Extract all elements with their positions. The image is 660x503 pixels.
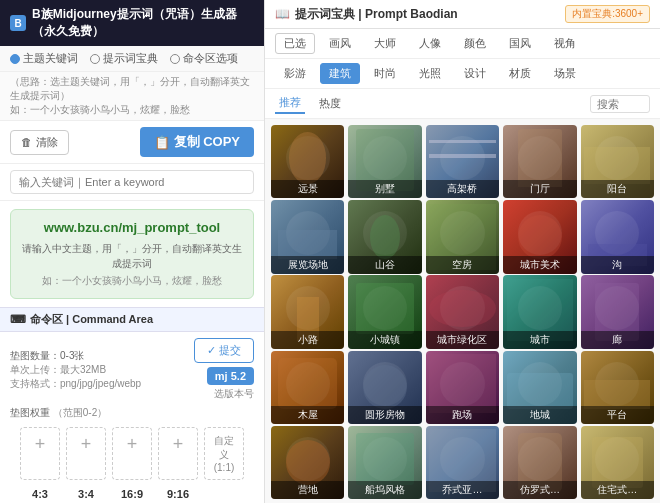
book-icon: 📖: [275, 7, 290, 21]
tag-light[interactable]: 光照: [410, 63, 450, 84]
grid-label-3: 高架桥: [426, 180, 499, 198]
clear-button[interactable]: 🗑 清除: [10, 130, 69, 155]
grid-item-7[interactable]: 山谷: [348, 200, 421, 273]
grid-item-4[interactable]: 门厅: [503, 125, 576, 198]
tag-scene[interactable]: 场景: [545, 63, 585, 84]
tag-painting[interactable]: 画风: [320, 33, 360, 54]
grid-label-8: 空房: [426, 256, 499, 274]
upload-slot-2[interactable]: +: [66, 427, 106, 480]
version-hint: 选版本号: [214, 387, 254, 401]
grid-label-16: 木屋: [271, 406, 344, 424]
grid-item-16[interactable]: 木屋: [271, 351, 344, 424]
grid-item-6[interactable]: 展览场地: [271, 200, 344, 273]
ctrl-label-1: 垫图数量：0-3张: [10, 349, 186, 363]
ratio-5: [204, 488, 244, 500]
grid-label-24: 仿罗式…: [503, 481, 576, 499]
grid-label-14: 城市: [503, 331, 576, 349]
grid-item-24[interactable]: 仿罗式…: [503, 426, 576, 499]
grid-label-20: 平台: [581, 406, 654, 424]
grid-label-11: 小路: [271, 331, 344, 349]
radio-cmd[interactable]: 命令区选项: [170, 51, 238, 66]
radio-row: 主题关键词 提示词宝典 命令区选项: [0, 46, 264, 72]
filter-row: 推荐 热度: [265, 89, 660, 119]
copy-button[interactable]: 📋 复制 COPY: [140, 127, 254, 157]
grid-item-10[interactable]: 沟: [581, 200, 654, 273]
grid-item-2[interactable]: 别墅: [348, 125, 421, 198]
grid-label-10: 沟: [581, 256, 654, 274]
tag-architecture[interactable]: 建筑: [320, 63, 360, 84]
ratio-2: 3:4: [66, 488, 106, 500]
grid-label-21: 营地: [271, 481, 344, 499]
grid-label-12: 小城镇: [348, 331, 421, 349]
grid-label-2: 别墅: [348, 180, 421, 198]
ctrl-label-3: 支持格式：png/jpg/jpeg/webp: [10, 377, 186, 391]
radio-dict[interactable]: 提示词宝典: [90, 51, 158, 66]
grid-item-17[interactable]: 圆形房物: [348, 351, 421, 424]
trash-icon: 🗑: [21, 136, 32, 148]
tag-game[interactable]: 影游: [275, 63, 315, 84]
left-panel: B B族Midjourney提示词（咒语）生成器（永久免费） 主题关键词 提示词…: [0, 0, 265, 503]
upload-slot-3[interactable]: +: [112, 427, 152, 480]
grid-item-1[interactable]: 远景: [271, 125, 344, 198]
tag-color[interactable]: 颜色: [455, 33, 495, 54]
grid-item-3[interactable]: 高架桥: [426, 125, 499, 198]
ratio-4: 9:16: [158, 488, 198, 500]
grid-label-4: 门厅: [503, 180, 576, 198]
command-section-title: ⌨ 命令区 | Command Area: [0, 307, 264, 332]
ratio-3: 16:9: [112, 488, 152, 500]
radio-dot-1: [10, 54, 20, 64]
grid-item-25[interactable]: 住宅式…: [581, 426, 654, 499]
upload-slot-5[interactable]: 自定义(1:1): [204, 427, 244, 480]
grid-item-20[interactable]: 平台: [581, 351, 654, 424]
grid-item-14[interactable]: 城市: [503, 275, 576, 348]
command-section: ⌨ 命令区 | Command Area 垫图数量：0-3张 单次上传：最大32…: [0, 307, 264, 503]
tag-material[interactable]: 材质: [500, 63, 540, 84]
command-controls: 垫图数量：0-3张 单次上传：最大32MB 支持格式：png/jpg/jpeg/…: [0, 332, 264, 503]
hint-text: （思路：选主题关键词，用「，」分开，自动翻译英文生成提示词） 如：一个小女孩骑小…: [0, 72, 264, 121]
tag-fashion[interactable]: 时尚: [365, 63, 405, 84]
grid-label-7: 山谷: [348, 256, 421, 274]
radio-theme[interactable]: 主题关键词: [10, 51, 78, 66]
grid-label-6: 展览场地: [271, 256, 344, 274]
grid-item-15[interactable]: 廊: [581, 275, 654, 348]
prompt-example: 如：一个小女孩骑小鸟小马，炫耀，脸愁: [21, 274, 243, 288]
grid-item-11[interactable]: 小路: [271, 275, 344, 348]
tag-portrait[interactable]: 人像: [410, 33, 450, 54]
keyword-input-row: [0, 164, 264, 201]
grid-item-12[interactable]: 小城镇: [348, 275, 421, 348]
cmd-icon: ⌨: [10, 313, 26, 326]
ratio-1: 4:3: [20, 488, 60, 500]
filter-recommend[interactable]: 推荐: [275, 93, 305, 114]
grid-label-17: 圆形房物: [348, 406, 421, 424]
grid-item-13[interactable]: 城市绿化区: [426, 275, 499, 348]
grid-item-5[interactable]: 阳台: [581, 125, 654, 198]
tag-selected[interactable]: 已选: [275, 33, 315, 54]
grid-item-8[interactable]: 空房: [426, 200, 499, 273]
submit-button[interactable]: ✓ 提交: [194, 338, 254, 363]
search-input[interactable]: [590, 95, 650, 113]
right-panel: 📖 提示词宝典 | Prompt Baodian 内置宝典:3600+ 已选 画…: [265, 0, 660, 503]
grid-item-22[interactable]: 船坞风格: [348, 426, 421, 499]
tag-angle[interactable]: 视角: [545, 33, 585, 54]
grid-item-21[interactable]: 营地: [271, 426, 344, 499]
grid-item-19[interactable]: 地城: [503, 351, 576, 424]
tag-design[interactable]: 设计: [455, 63, 495, 84]
tag-master[interactable]: 大师: [365, 33, 405, 54]
copy-icon: 📋: [154, 135, 170, 150]
upload-slot-4[interactable]: +: [158, 427, 198, 480]
grid-label-15: 廊: [581, 331, 654, 349]
ctrl-info-row: 垫图数量：0-3张 单次上传：最大32MB 支持格式：png/jpg/jpeg/…: [10, 338, 254, 401]
tag-chinese[interactable]: 国风: [500, 33, 540, 54]
grid-label-23: 乔式亚…: [426, 481, 499, 499]
grid-label-13: 城市绿化区: [426, 331, 499, 349]
tag-row-1: 已选 画风 大师 人像 颜色 国风 视角: [265, 29, 660, 59]
mj-version-badge[interactable]: mj 5.2: [207, 367, 254, 385]
keyword-input[interactable]: [10, 170, 254, 194]
filter-hot[interactable]: 热度: [315, 94, 345, 113]
prompt-hint: 请输入中文主题，用「，」分开，自动翻译英文生成提示词: [21, 241, 243, 271]
image-grid: 远景 别墅 高架桥 门厅 阳台 展览场地 山谷 空房: [265, 119, 660, 503]
upload-slot-1[interactable]: +: [20, 427, 60, 480]
grid-item-18[interactable]: 跑场: [426, 351, 499, 424]
grid-item-23[interactable]: 乔式亚…: [426, 426, 499, 499]
grid-item-9[interactable]: 城市美术: [503, 200, 576, 273]
